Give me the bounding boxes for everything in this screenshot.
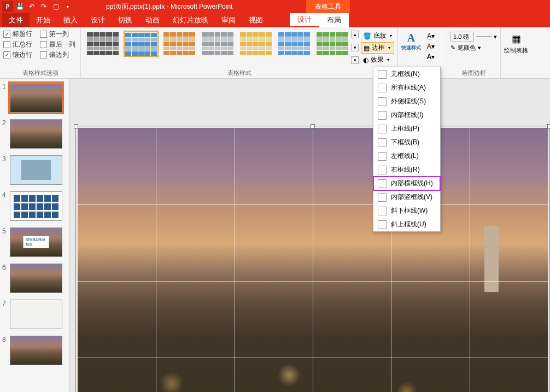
workspace: 12345城市规划项目报告678 [0,79,550,392]
border-option-2[interactable]: 外侧框线(S) [373,95,440,108]
border-variant-icon [378,179,387,188]
slide-edit-area[interactable] [70,79,550,392]
border-option-3[interactable]: 内部框线(I) [373,108,440,122]
border-variant-icon [378,70,387,79]
effects-icon: ◐ [363,56,368,64]
text-outline-button[interactable]: A▾ [423,42,438,51]
borders-button[interactable]: ▦边框▾ [361,42,394,54]
redo-icon[interactable]: ↷ [38,1,49,12]
group-label-pen: 绘图边框 [450,68,497,77]
border-option-7[interactable]: 右框线(R) [373,163,440,177]
ribbon-tabs: 文件 开始 插入 设计 切换 动画 幻灯片放映 审阅 视图 [0,13,550,27]
title-bar: P 💾 ↶ ↷ ▢ ▾ ppt页面.pptx(1).pptx - Microso… [0,0,550,13]
pen-icon: ✎ [450,44,455,51]
border-option-4[interactable]: 上框线(P) [373,122,440,136]
gallery-up-icon[interactable]: ▴ [351,31,359,38]
border-variant-icon [378,207,387,215]
context-tab-layout[interactable]: 布局 [319,13,349,27]
tab-design[interactable]: 设计 [84,13,112,27]
qat-more-icon[interactable]: ▾ [62,1,73,12]
draw-table-button[interactable]: ▦ 绘制表格 [504,30,528,55]
group-table-style-options: ✓标题行 第一列 汇总行 最后一列 ✓镶边行 镶边列 表格样式选项 [0,27,81,78]
slide-thumb-2[interactable] [10,119,62,149]
tab-animations[interactable]: 动画 [139,13,166,27]
tab-review[interactable]: 审阅 [215,13,242,27]
tab-file[interactable]: 文件 [2,13,30,27]
context-tab-design[interactable]: 设计 [290,13,319,27]
slide-thumb-8[interactable] [10,336,62,365]
table-style-3[interactable] [200,31,235,57]
check-banded-row[interactable]: ✓镶边行 [3,50,34,60]
window-title: ppt页面.pptx(1).pptx - Microsoft PowerPoin… [106,2,232,11]
border-option-6[interactable]: 左框线(L) [373,149,440,163]
border-variant-icon [378,152,387,161]
slide-thumb-6[interactable] [10,264,62,293]
text-fill-button[interactable]: A▾ [423,32,438,40]
gallery-scroll: ▴ ▾ ▾ [351,30,360,65]
app-icon: P [2,1,13,12]
border-variant-icon [378,97,387,106]
context-tabs: 设计 布局 [290,13,349,27]
wordart-quick-styles[interactable]: A快速样式 [401,32,421,55]
border-variant-icon [378,111,387,120]
table-style-6[interactable] [315,31,350,57]
border-variant-icon [378,84,387,92]
border-variant-icon [378,166,387,174]
border-variant-icon [378,220,387,229]
slide-thumb-4[interactable] [10,191,62,221]
tab-insert[interactable]: 插入 [57,13,84,27]
tab-transitions[interactable]: 切换 [112,13,139,27]
borders-dropdown-menu: 无框线(N)所有框线(A)外侧框线(S)内部框线(I)上框线(P)下框线(B)左… [373,67,441,232]
ribbon: ✓标题行 第一列 汇总行 最后一列 ✓镶边行 镶边列 表格样式选项 ▴ ▾ ▾ … [0,27,550,79]
border-variant-icon [378,138,387,147]
table-style-5[interactable] [277,31,312,57]
slide-thumb-5[interactable]: 城市规划项目报告 [10,227,62,257]
border-icon: ▦ [364,44,370,52]
slideshow-icon[interactable]: ▢ [50,1,61,12]
group-label-styles: 表格样式 [84,68,394,77]
pen-weight-select[interactable]: 1.0 磅▾ [450,32,497,42]
border-variant-icon [378,193,387,202]
border-option-10[interactable]: 斜下框线(W) [373,204,440,218]
bucket-icon: 🪣 [363,32,371,40]
tab-slideshow[interactable]: 幻灯片放映 [166,13,215,27]
border-variant-icon [378,125,387,133]
check-banded-col[interactable]: 镶边列 [40,50,78,60]
tab-home[interactable]: 开始 [30,13,57,27]
group-label-tso: 表格样式选项 [3,68,77,77]
check-total-row[interactable]: 汇总行 [3,40,34,49]
group-draw-borders: 1.0 磅▾ ✎笔颜色▾ 绘图边框 [447,27,501,78]
table-style-0[interactable] [85,31,120,57]
slide-thumb-1[interactable] [10,83,62,113]
slide-thumbnails-panel[interactable]: 12345城市规划项目报告678 [0,79,70,392]
pen-color-button[interactable]: ✎笔颜色▾ [450,44,497,52]
gallery-more-icon[interactable]: ▾ [351,56,359,64]
border-option-8[interactable]: 内部横框线(H) [373,177,440,190]
check-header-row[interactable]: ✓标题行 [3,30,34,39]
check-first-col[interactable]: 第一列 [40,30,78,39]
slide-thumb-3[interactable] [10,155,62,185]
gallery-down-icon[interactable]: ▾ [351,44,359,51]
draw-table-icon: ▦ [512,33,521,45]
border-option-1[interactable]: 所有框线(A) [373,81,440,95]
shading-button[interactable]: 🪣底纹▾ [361,31,394,41]
table-style-4[interactable] [238,31,273,57]
effects-button[interactable]: ◐效果▾ [361,55,394,65]
tab-view[interactable]: 视图 [242,13,270,27]
border-option-11[interactable]: 斜上框线(U) [373,218,440,231]
table-style-2[interactable] [162,31,197,57]
table-style-gallery [84,30,351,65]
border-option-9[interactable]: 内部竖框线(V) [373,190,440,204]
group-table-styles: ▴ ▾ ▾ 🪣底纹▾ ▦边框▾ ◐效果▾ 表格样式 [81,27,398,78]
table-on-slide[interactable] [78,128,548,392]
save-icon[interactable]: 💾 [14,1,25,12]
slide-thumb-7[interactable] [10,300,62,329]
table-style-1[interactable] [124,31,159,57]
check-last-col[interactable]: 最后一列 [40,40,78,49]
context-tools-label: 表格工具 [306,0,350,13]
group-draw-table: ▦ 绘制表格 [501,27,530,78]
text-effects-button[interactable]: A▾ [423,52,438,61]
border-option-5[interactable]: 下框线(B) [373,136,440,149]
undo-icon[interactable]: ↶ [26,1,37,12]
border-option-0[interactable]: 无框线(N) [373,67,440,81]
